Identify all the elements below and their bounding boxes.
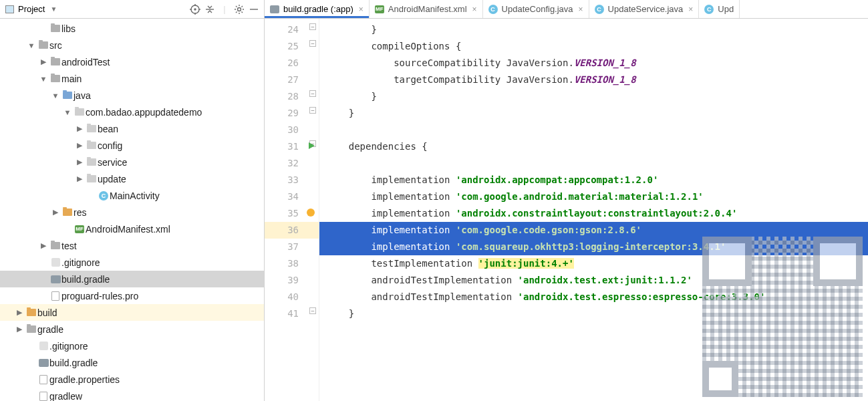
tab-label: UpdateService.java: [608, 4, 684, 14]
tree-folder-androidTest[interactable]: ▶androidTest: [0, 53, 264, 70]
line-number: 37: [265, 239, 319, 255]
gutter: − − − − − − 24 25 26 27 28 29 30 31 32 3…: [265, 19, 319, 401]
tree-folder-libs[interactable]: libs: [0, 20, 264, 37]
editor-pane: build.gradle (:app)× MFAndroidManifest.x…: [265, 0, 868, 401]
tree-file-gradleProps[interactable]: gradle.properties: [0, 371, 264, 388]
tab-build-gradle[interactable]: build.gradle (:app)×: [265, 0, 370, 18]
close-icon[interactable]: ×: [359, 5, 364, 14]
line-number: 27: [265, 72, 319, 88]
tree-folder-src[interactable]: ▼src: [0, 37, 264, 53]
tree-file-buildGradle-app[interactable]: build.gradle: [0, 271, 264, 287]
line-number: 24: [265, 21, 319, 38]
tree-folder-res[interactable]: ▶res: [0, 204, 264, 221]
code-line: androidTestImplementation 'androidx.test…: [319, 272, 868, 289]
project-tree: libs ▼src ▶androidTest ▼main ▼java ▼com.…: [0, 19, 264, 401]
line-number: 28: [265, 88, 319, 105]
close-icon[interactable]: ×: [579, 5, 583, 14]
tab-manifest[interactable]: MFAndroidManifest.xml×: [370, 0, 483, 18]
tree-folder-java[interactable]: ▼java: [0, 87, 264, 104]
code-line: implementation 'com.google.code.gson:gso…: [319, 222, 868, 239]
code-line: }: [319, 305, 868, 322]
tree-file-manifest[interactable]: MFAndroidManifest.xml: [0, 221, 264, 237]
tab-label: UpdateConfig.java: [502, 4, 573, 14]
close-icon[interactable]: ×: [688, 5, 693, 14]
sidebar-title[interactable]: Project ▼: [3, 3, 59, 15]
tree-folder-main[interactable]: ▼main: [0, 70, 264, 87]
code-line: }: [319, 88, 868, 105]
tree-file-gitignore-app[interactable]: .gitignore: [0, 254, 264, 271]
tab-updateservice[interactable]: CUpdateService.java×: [589, 0, 700, 18]
run-icon[interactable]: [309, 142, 315, 149]
code-line: implementation 'androidx.constraintlayou…: [319, 205, 868, 222]
code-line: testImplementation 'junit:junit:4.+': [319, 255, 868, 272]
tree-folder-update[interactable]: ▶update: [0, 170, 264, 187]
tree-file-buildGradle-root[interactable]: build.gradle: [0, 354, 264, 371]
hide-icon[interactable]: [247, 2, 261, 17]
code-line: targetCompatibility JavaVersion.VERSION_…: [319, 72, 868, 88]
bulb-icon[interactable]: [307, 209, 315, 217]
sidebar-title-label: Project: [18, 4, 45, 14]
code-line: androidTestImplementation 'androidx.test…: [319, 289, 868, 305]
tab-label: AndroidManifest.xml: [388, 4, 467, 14]
code-line: sourceCompatibility JavaVersion.VERSION_…: [319, 55, 868, 72]
code-line: }: [319, 21, 868, 38]
tree-file-gitignore-root[interactable]: .gitignore: [0, 338, 264, 354]
line-number: 33: [265, 172, 319, 188]
code-line: implementation 'com.squareup.okhttp3:log…: [319, 239, 868, 255]
line-number: 31: [265, 138, 319, 155]
line-number: 29: [265, 105, 319, 122]
tree-folder-bean[interactable]: ▶bean: [0, 120, 264, 137]
tab-upd[interactable]: CUpd: [699, 0, 740, 18]
tree-folder-config[interactable]: ▶config: [0, 137, 264, 154]
tree-package[interactable]: ▼com.badao.appupdatedemo: [0, 104, 264, 120]
tree-folder-build[interactable]: ▶build: [0, 304, 264, 321]
line-number: 39: [265, 272, 319, 289]
tree-file-gradlew[interactable]: gradlew: [0, 388, 264, 401]
tree-file-proguard[interactable]: proguard-rules.pro: [0, 287, 264, 304]
tree-folder-gradle[interactable]: ▶gradle: [0, 321, 264, 338]
code-line: dependencies {: [319, 138, 868, 155]
line-number: 35: [265, 205, 319, 222]
code-line: }: [319, 105, 868, 122]
close-icon[interactable]: ×: [472, 5, 477, 14]
sidebar-header: Project ▼ |: [0, 0, 264, 19]
gear-icon[interactable]: [232, 2, 247, 17]
line-number: 30: [265, 122, 319, 138]
line-number: 34: [265, 188, 319, 205]
line-number: 36: [265, 222, 319, 239]
tree-file-mainActivity[interactable]: CMainActivity: [0, 187, 264, 204]
target-icon[interactable]: [188, 2, 202, 17]
line-number: 25: [265, 38, 319, 55]
line-number: 41: [265, 305, 319, 322]
tree-folder-test[interactable]: ▶test: [0, 237, 264, 254]
collapse-icon[interactable]: [202, 2, 217, 17]
code-area[interactable]: − − − − − − 24 25 26 27 28 29 30 31 32 3…: [265, 19, 868, 401]
line-number: 40: [265, 289, 319, 305]
code-line: compileOptions {: [319, 38, 868, 55]
line-number: 38: [265, 255, 319, 272]
code-line: implementation 'com.google.android.mater…: [319, 188, 868, 205]
project-sidebar: Project ▼ | libs ▼src ▶androidTest ▼main…: [0, 0, 265, 401]
tab-label: build.gradle (:app): [283, 4, 353, 14]
svg-point-7: [238, 7, 241, 11]
project-icon: [5, 5, 14, 13]
tab-updateconfig[interactable]: CUpdateConfig.java×: [483, 0, 589, 18]
code-line: implementation 'androidx.appcompat:appco…: [319, 172, 868, 188]
code-line: [319, 155, 868, 172]
code-line: [319, 122, 868, 138]
code-body[interactable]: } compileOptions { sourceCompatibility J…: [319, 19, 868, 401]
line-number: 26: [265, 55, 319, 72]
tab-label: Upd: [718, 4, 734, 14]
dropdown-icon: ▼: [50, 5, 57, 13]
editor-tabs: build.gradle (:app)× MFAndroidManifest.x…: [265, 0, 868, 19]
tree-folder-service[interactable]: ▶service: [0, 154, 264, 170]
divider-icon: |: [217, 2, 232, 17]
svg-point-1: [194, 9, 196, 10]
line-number: 32: [265, 155, 319, 172]
